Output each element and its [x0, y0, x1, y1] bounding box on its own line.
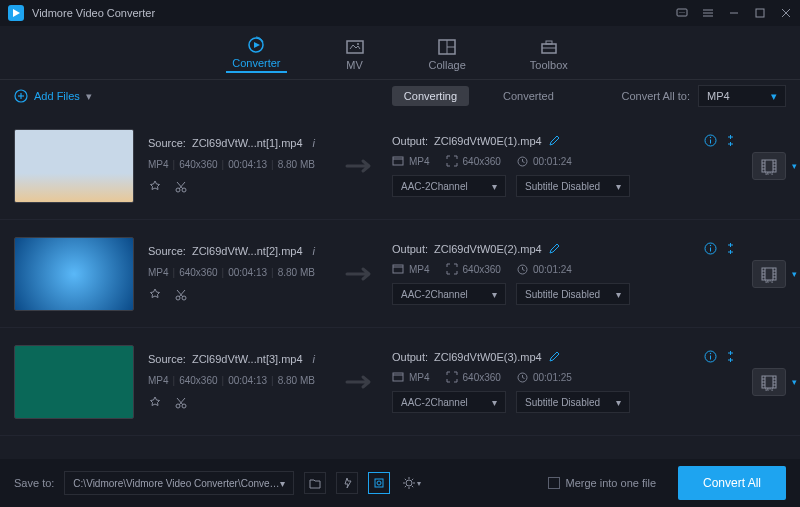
cut-icon[interactable]	[174, 180, 188, 194]
file-list: Source: ZCl69dVtW...nt[1].mp4 i MP4|640x…	[0, 112, 800, 459]
video-thumbnail[interactable]	[14, 345, 134, 419]
chevron-down-icon: ▾	[792, 269, 797, 279]
file-row: Source: ZCl69dVtW...nt[2].mp4 i MP4|640x…	[0, 220, 800, 328]
chevron-down-icon: ▾	[792, 161, 797, 171]
add-files-label: Add Files	[34, 90, 80, 102]
mv-icon	[345, 38, 365, 56]
maximize-icon[interactable]	[754, 7, 766, 19]
output-label: Output:	[392, 243, 428, 255]
subbar: Add Files ▾ Converting Converted Convert…	[0, 80, 800, 112]
convert-all-button[interactable]: Convert All	[678, 466, 786, 500]
tab-toolbox[interactable]: Toolbox	[524, 34, 574, 71]
merge-checkbox[interactable]: Merge into one file	[548, 477, 657, 489]
app-title: Vidmore Video Converter	[32, 7, 676, 19]
output-filename: ZCl69dVtW0E(3).mp4	[434, 351, 542, 363]
edit-icon[interactable]	[548, 351, 560, 363]
svg-point-15	[357, 43, 359, 45]
output-filename: ZCl69dVtW0E(1).mp4	[434, 135, 542, 147]
source-meta: MP4|640x360|00:04:13|8.80 MB	[148, 159, 328, 170]
effects-icon[interactable]	[148, 288, 162, 302]
subtitle-dropdown[interactable]: Subtitle Disabled▾	[516, 175, 630, 197]
convert-all-format-dropdown[interactable]: MP4 ▾	[698, 85, 786, 107]
format-icon	[392, 264, 404, 274]
cut-icon[interactable]	[174, 288, 188, 302]
audio-dropdown[interactable]: AAC-2Channel▾	[392, 391, 506, 413]
source-filename: ZCl69dVtW...nt[2].mp4	[192, 245, 303, 257]
effects-icon[interactable]	[148, 396, 162, 410]
output-format-button[interactable]: MP4 ▾	[752, 152, 786, 180]
svg-rect-36	[393, 157, 403, 165]
source-label: Source:	[148, 137, 186, 149]
svg-point-55	[710, 245, 711, 246]
bottom-bar: Save to: C:\Vidmore\Vidmore Video Conver…	[0, 459, 800, 507]
svg-point-99	[406, 480, 412, 486]
hw-accel-button[interactable]	[336, 472, 358, 494]
source-label: Source:	[148, 245, 186, 257]
collage-icon	[437, 38, 457, 56]
compress-icon[interactable]	[724, 134, 738, 147]
close-icon[interactable]	[780, 7, 792, 19]
chevron-down-icon: ▾	[616, 397, 621, 408]
output-format-button[interactable]: MP4 ▾	[752, 260, 786, 288]
video-thumbnail[interactable]	[14, 129, 134, 203]
info-circle-icon[interactable]	[704, 242, 718, 255]
titlebar: Vidmore Video Converter	[0, 0, 800, 26]
svg-line-105	[412, 486, 413, 487]
svg-point-4	[684, 12, 685, 13]
output-filename: ZCl69dVtW0E(2).mp4	[434, 243, 542, 255]
audio-dropdown[interactable]: AAC-2Channel▾	[392, 175, 506, 197]
edit-icon[interactable]	[548, 135, 560, 147]
audio-dropdown[interactable]: AAC-2Channel▾	[392, 283, 506, 305]
svg-marker-13	[254, 42, 260, 48]
add-files-button[interactable]: Add Files ▾	[14, 89, 92, 103]
file-row: Source: ZCl69dVtW...nt[3].mp4 i MP4|640x…	[0, 328, 800, 436]
cut-icon[interactable]	[174, 396, 188, 410]
tab-mv[interactable]: MV	[339, 34, 371, 71]
source-filename: ZCl69dVtW...nt[3].mp4	[192, 353, 303, 365]
source-meta: MP4|640x360|00:04:13|8.80 MB	[148, 267, 328, 278]
edit-icon[interactable]	[548, 243, 560, 255]
info-icon[interactable]: i	[313, 245, 315, 257]
convert-all-to-label: Convert All to:	[622, 90, 690, 102]
open-folder-button[interactable]	[304, 472, 326, 494]
effects-icon[interactable]	[148, 180, 162, 194]
compress-icon[interactable]	[724, 242, 738, 255]
info-icon[interactable]: i	[313, 353, 315, 365]
feedback-icon[interactable]	[676, 7, 688, 19]
subtitle-dropdown[interactable]: Subtitle Disabled▾	[516, 283, 630, 305]
svg-line-104	[405, 479, 406, 480]
resolution-icon	[446, 155, 458, 167]
video-thumbnail[interactable]	[14, 237, 134, 311]
arrow-icon	[342, 264, 378, 284]
tab-converter[interactable]: Converter	[226, 32, 286, 73]
info-circle-icon[interactable]	[704, 350, 718, 363]
svg-rect-84	[393, 373, 403, 381]
svg-rect-60	[393, 265, 403, 273]
svg-text:MP4: MP4	[765, 387, 774, 391]
svg-point-98	[377, 481, 381, 485]
arrow-icon	[342, 156, 378, 176]
svg-rect-97	[375, 479, 383, 487]
subtitle-dropdown[interactable]: Subtitle Disabled▾	[516, 391, 630, 413]
compress-icon[interactable]	[724, 350, 738, 363]
resolution-icon	[446, 371, 458, 383]
menu-icon[interactable]	[702, 7, 714, 19]
plus-icon	[14, 89, 28, 103]
output-format-button[interactable]: MP4 ▾	[752, 368, 786, 396]
gpu-button[interactable]	[368, 472, 390, 494]
subtab-converting[interactable]: Converting	[392, 86, 469, 106]
tab-collage[interactable]: Collage	[423, 34, 472, 71]
chevron-down-icon: ▾	[792, 377, 797, 387]
svg-rect-9	[756, 9, 764, 17]
info-circle-icon[interactable]	[704, 134, 718, 147]
chevron-down-icon: ▾	[771, 90, 777, 103]
settings-button[interactable]: ▾	[400, 472, 422, 494]
toolbox-icon	[539, 38, 559, 56]
info-icon[interactable]: i	[313, 137, 315, 149]
chevron-down-icon: ▾	[492, 289, 497, 300]
svg-rect-20	[546, 41, 552, 44]
save-path-dropdown[interactable]: C:\Vidmore\Vidmore Video Converter\Conve…	[64, 471, 294, 495]
subtab-converted[interactable]: Converted	[491, 86, 566, 106]
svg-text:MP4: MP4	[765, 279, 774, 283]
minimize-icon[interactable]	[728, 7, 740, 19]
